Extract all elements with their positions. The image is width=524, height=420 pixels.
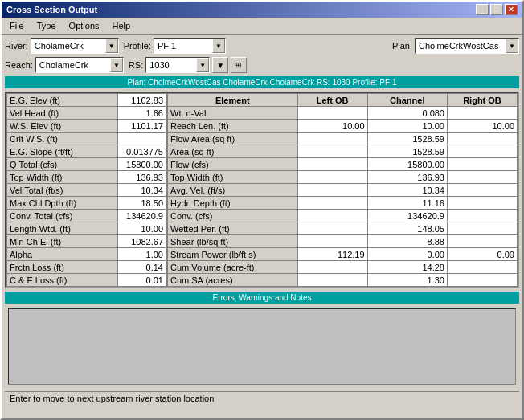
- right-table-row: Reach Len. (ft) 10.00 10.00 10.00: [168, 120, 518, 133]
- right-row-channel: 0.00: [367, 248, 447, 261]
- right-table-row: Flow Area (sq ft) 1528.59: [168, 133, 518, 145]
- right-data-table: Element Left OB Channel Right OB Wt. n-V…: [167, 93, 518, 287]
- right-table-row: Flow (cfs) 15800.00: [168, 158, 518, 171]
- right-row-left: 10.00: [297, 120, 367, 133]
- left-table-row: Min Ch El (ft) 1082.67: [7, 235, 166, 248]
- left-row-value: 0.01: [118, 274, 166, 287]
- col-header-left: Left OB: [297, 94, 367, 107]
- right-row-left: [297, 133, 367, 145]
- right-row-element: Cum Volume (acre-ft): [168, 261, 298, 274]
- left-row-label: C & E Loss (ft): [7, 274, 118, 287]
- right-row-channel: 148.05: [367, 222, 447, 235]
- river-dropdown-arrow[interactable]: ▼: [105, 39, 118, 53]
- left-row-value: 134620.9: [118, 210, 166, 222]
- col-header-channel: Channel: [367, 94, 447, 107]
- left-row-value: 1102.83: [118, 94, 166, 107]
- right-row-right: [447, 235, 517, 248]
- plan-dropdown-arrow[interactable]: ▼: [506, 39, 518, 53]
- status-bar: Enter to move to next upstream river sta…: [5, 391, 519, 405]
- right-row-right: 0.00: [447, 248, 517, 261]
- right-row-right: [447, 210, 517, 222]
- right-row-left: [297, 210, 367, 222]
- right-row-element: Area (sq ft): [168, 145, 298, 158]
- menu-options[interactable]: Options: [64, 19, 104, 32]
- right-row-element: Avg. Vel. (ft/s): [168, 184, 298, 197]
- left-table-row: Frctn Loss (ft) 0.14: [7, 261, 166, 274]
- right-row-channel: 1528.59: [367, 133, 447, 145]
- right-row-channel: 14.28: [367, 261, 447, 274]
- rs-down-button[interactable]: ▼: [212, 57, 228, 73]
- left-row-label: Conv. Total (cfs): [7, 210, 118, 222]
- left-row-label: E.G. Slope (ft/ft): [7, 145, 118, 158]
- profile-dropdown[interactable]: PF 1 ▼: [154, 38, 226, 54]
- profile-label: Profile:: [124, 41, 151, 51]
- left-row-label: Top Width (ft): [7, 171, 118, 184]
- right-table-row: Stream Power (lb/ft s) 112.19 0.00 0.00: [168, 248, 518, 261]
- rs-dropdown-arrow[interactable]: ▼: [196, 58, 209, 72]
- rs-up-button[interactable]: ⊞: [231, 57, 247, 73]
- col-header-element: Element: [168, 94, 298, 107]
- right-row-right: [447, 171, 517, 184]
- right-row-right: [447, 107, 517, 120]
- right-row-element: Conv. (cfs): [168, 210, 298, 222]
- right-row-left: [297, 145, 367, 158]
- right-row-channel: 1528.59: [367, 145, 447, 158]
- errors-bar: Errors, Warnings and Notes: [5, 292, 519, 304]
- right-row-right: [447, 197, 517, 210]
- rs-dropdown[interactable]: 1030 ▼: [145, 57, 210, 73]
- maximize-button[interactable]: □: [490, 4, 503, 15]
- river-value: CholameCrk: [31, 39, 105, 53]
- menu-type[interactable]: Type: [32, 19, 61, 32]
- right-table-row: Shear (lb/sq ft) 8.88: [168, 235, 518, 248]
- right-row-channel: 8.88: [367, 235, 447, 248]
- left-table-row: E.G. Slope (ft/ft) 0.013775: [7, 145, 166, 158]
- top-controls: River: CholameCrk ▼ Profile: PF 1 ▼ Plan…: [5, 38, 519, 54]
- title-bar-buttons: _ □ ✕: [476, 4, 518, 15]
- info-bar: Plan: CholmeCrkWostCas CholameCrk Cholam…: [5, 76, 519, 88]
- right-row-left: 112.19: [297, 248, 367, 261]
- rs-value: 1030: [146, 58, 196, 72]
- plan-value: CholmeCrkWostCas: [416, 39, 506, 53]
- right-row-element: Shear (lb/sq ft): [168, 235, 298, 248]
- rs-label: RS:: [129, 60, 143, 70]
- left-row-label: Crit W.S. (ft): [7, 133, 118, 145]
- right-row-right: [447, 184, 517, 197]
- right-table-row: Wt. n-Val. 0.080: [168, 107, 518, 120]
- left-row-label: Vel Head (ft): [7, 107, 118, 120]
- left-row-label: Max Chl Dpth (ft): [7, 197, 118, 210]
- chart-area: [8, 308, 516, 385]
- minimize-button[interactable]: _: [476, 4, 489, 15]
- right-table-panel: Element Left OB Channel Right OB Wt. n-V…: [167, 93, 518, 287]
- right-row-element: Top Width (ft): [168, 171, 298, 184]
- second-controls: Reach: CholameCrk ▼ RS: 1030 ▼ ▼ ⊞: [5, 57, 519, 73]
- left-table-row: Crit W.S. (ft): [7, 133, 166, 145]
- left-row-value: 10.34: [118, 184, 166, 197]
- river-dropdown[interactable]: CholameCrk ▼: [31, 38, 119, 54]
- left-row-label: Vel Total (ft/s): [7, 184, 118, 197]
- left-table-row: Top Width (ft) 136.93: [7, 171, 166, 184]
- content-area: River: CholameCrk ▼ Profile: PF 1 ▼ Plan…: [2, 35, 522, 418]
- left-row-value: 0.013775: [118, 145, 166, 158]
- left-row-label: Frctn Loss (ft): [7, 261, 118, 274]
- left-row-value: 1082.67: [118, 235, 166, 248]
- reach-dropdown[interactable]: CholameCrk ▼: [35, 57, 124, 73]
- reach-dropdown-arrow[interactable]: ▼: [110, 58, 123, 72]
- right-row-element: Wt. n-Val.: [168, 107, 298, 120]
- left-table-row: Q Total (cfs) 15800.00: [7, 158, 166, 171]
- profile-dropdown-arrow[interactable]: ▼: [212, 39, 225, 53]
- right-row-element: Flow Area (sq ft): [168, 133, 298, 145]
- left-row-label: W.S. Elev (ft): [7, 120, 118, 133]
- profile-field-group: Profile: PF 1 ▼: [124, 38, 226, 54]
- close-button[interactable]: ✕: [505, 4, 518, 15]
- right-row-channel: 136.93: [367, 171, 447, 184]
- right-row-right: [447, 158, 517, 171]
- right-row-left: [297, 261, 367, 274]
- menu-file[interactable]: File: [5, 19, 29, 32]
- plan-dropdown[interactable]: CholmeCrkWostCas ▼: [415, 38, 519, 54]
- col-header-right: Right OB: [447, 94, 517, 107]
- left-table-row: Length Wtd. (ft) 10.00: [7, 222, 166, 235]
- left-row-value: [118, 133, 166, 145]
- right-row-element: Reach Len. (ft): [168, 120, 298, 133]
- left-row-value: 15800.00: [118, 158, 166, 171]
- menu-help[interactable]: Help: [108, 19, 136, 32]
